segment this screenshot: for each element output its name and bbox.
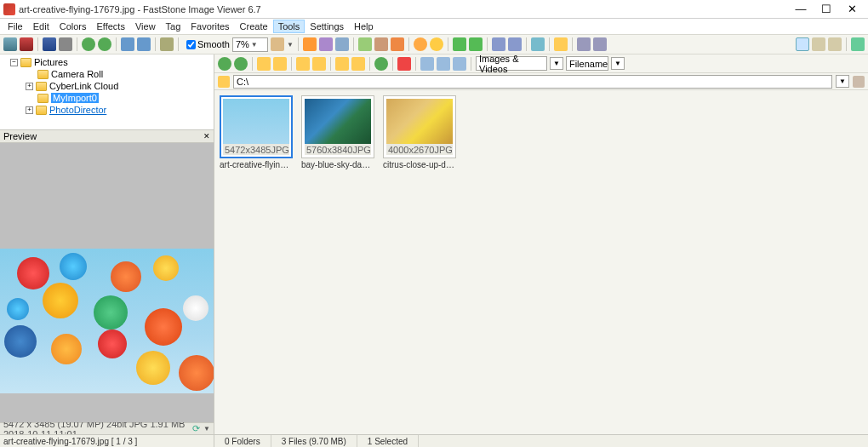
view-mode-button[interactable]	[437, 57, 450, 71]
view-details-button[interactable]	[828, 37, 842, 51]
maximize-button[interactable]: ☐	[820, 3, 832, 15]
toolbar-button[interactable]	[358, 37, 372, 51]
sync-icon[interactable]: ⟳	[192, 423, 200, 434]
fullscreen-button[interactable]	[851, 37, 865, 51]
thumbnail[interactable]: 4000x2670JPGcitrus-close-up-delic...	[383, 95, 456, 169]
tree-item[interactable]: +PhotoDirector	[2, 104, 212, 116]
thumb-info: 5760x3840JPG	[305, 144, 371, 155]
sort-value: Filename	[569, 59, 608, 69]
folder-icon	[36, 106, 47, 115]
minimize-button[interactable]: ―	[795, 3, 807, 15]
toolbar-button[interactable]	[593, 37, 607, 51]
toolbar-button[interactable]	[492, 37, 505, 51]
chevron-down-icon[interactable]: ▼	[550, 57, 563, 70]
view-list-button[interactable]	[812, 37, 825, 51]
toolbar-button[interactable]	[319, 37, 333, 51]
toolbar-button[interactable]	[303, 37, 317, 51]
menu-view[interactable]: View	[130, 20, 161, 33]
menu-file[interactable]: File	[3, 20, 28, 33]
thumbnail[interactable]: 5760x3840JPGbay-blue-sky-daylig...	[301, 95, 374, 169]
folder-tree[interactable]: −PicturesCamera Roll+CyberLink CloudMyIm…	[0, 54, 214, 129]
chevron-down-icon[interactable]: ▼	[611, 57, 625, 70]
gear-icon[interactable]	[414, 37, 427, 51]
toolbar-button[interactable]	[3, 37, 17, 51]
path-input[interactable]: C:\	[233, 75, 832, 89]
tree-item[interactable]: MyImport0	[2, 92, 212, 104]
favorites-button[interactable]	[312, 57, 326, 71]
tree-item[interactable]: +CyberLink Cloud	[2, 80, 212, 92]
chevron-down-icon[interactable]: ▼	[836, 75, 849, 88]
filter-combo[interactable]: Images & Videos	[476, 56, 547, 71]
drive-icon[interactable]	[218, 76, 230, 88]
zoom-combo[interactable]: 7% ▼	[232, 37, 268, 52]
sun-icon[interactable]	[430, 37, 443, 51]
toolbar-button[interactable]	[374, 37, 388, 51]
collapse-icon[interactable]: ✕	[203, 132, 210, 140]
toolbar-button[interactable]	[335, 37, 349, 51]
tree-collapse-icon[interactable]: −	[10, 59, 18, 66]
chevron-down-icon[interactable]: ▼	[203, 425, 210, 433]
folder-icon	[20, 58, 31, 67]
preview-pane[interactable]	[0, 143, 214, 422]
toolbar-button[interactable]	[531, 37, 545, 51]
view-mode-button[interactable]	[453, 57, 466, 71]
menu-effects[interactable]: Effects	[92, 20, 130, 33]
refresh-icon[interactable]	[374, 57, 388, 71]
thumb-info: 4000x2670JPG	[386, 144, 453, 155]
smooth-toggle[interactable]: Smooth	[186, 39, 230, 49]
menu-tools[interactable]: Tools	[273, 20, 306, 33]
path-value: C:\	[237, 77, 248, 87]
tree-root-label[interactable]: Pictures	[34, 57, 68, 67]
sort-combo[interactable]: Filename	[566, 56, 608, 71]
menu-create[interactable]: Create	[235, 20, 273, 33]
rotate-left-button[interactable]	[121, 37, 134, 51]
hand-tool-button[interactable]	[271, 37, 284, 51]
thumbnail-pane[interactable]: 5472x3485JPGart-creative-flying-1...5760…	[214, 90, 868, 434]
folder-button[interactable]	[296, 57, 310, 71]
undo-button[interactable]	[160, 37, 174, 51]
menu-help[interactable]: Help	[349, 20, 379, 33]
menu-tag[interactable]: Tag	[161, 20, 186, 33]
app-icon	[3, 3, 15, 15]
print-icon[interactable]	[577, 37, 591, 51]
preview-header: Preview ✕	[0, 129, 214, 143]
toolbar-button[interactable]	[469, 37, 483, 51]
menu-colors[interactable]: Colors	[54, 20, 92, 33]
chevron-down-icon[interactable]: ▼	[287, 41, 294, 49]
tree-item-label: CyberLink Cloud	[49, 81, 118, 91]
toolbar-button[interactable]	[391, 37, 404, 51]
copy-button[interactable]	[335, 57, 349, 71]
menu-settings[interactable]: Settings	[305, 20, 349, 33]
toolbar-button[interactable]	[453, 37, 466, 51]
status-files: 3 Files (9.70 MB)	[271, 435, 357, 447]
statusbar: art-creative-flying-17679.jpg [ 1 / 3 ] …	[0, 434, 868, 447]
save-button[interactable]	[43, 37, 56, 51]
mail-icon[interactable]	[554, 37, 568, 51]
tree-expand-icon[interactable]: +	[26, 83, 33, 90]
main-toolbar: Smooth 7% ▼ ▼	[0, 34, 868, 54]
tree-item[interactable]: Camera Roll	[2, 68, 212, 80]
content: −PicturesCamera Roll+CyberLink CloudMyIm…	[0, 54, 868, 434]
view-thumbnails-button[interactable]	[796, 37, 809, 51]
history-button[interactable]	[273, 57, 287, 71]
menu-favorites[interactable]: Favorites	[186, 20, 234, 33]
up-button[interactable]	[257, 57, 271, 71]
calendar-icon[interactable]	[853, 76, 865, 88]
thumbnail[interactable]: 5472x3485JPGart-creative-flying-1...	[220, 95, 293, 169]
toolbar-button[interactable]	[20, 37, 33, 51]
close-button[interactable]: ✕	[846, 3, 858, 15]
preview-info-bar: 5472 x 3485 (19.07 MP) 24bit JPG 1.91 MB…	[0, 422, 214, 434]
forward-button[interactable]	[234, 57, 248, 71]
delete-icon[interactable]	[397, 57, 411, 71]
back-button[interactable]	[218, 57, 231, 71]
toolbar-button[interactable]	[59, 37, 72, 51]
smooth-checkbox[interactable]	[186, 40, 196, 49]
tree-expand-icon[interactable]: +	[26, 106, 33, 114]
paste-button[interactable]	[351, 57, 365, 71]
toolbar-button[interactable]	[508, 37, 522, 51]
forward-button[interactable]	[98, 37, 111, 51]
menu-edit[interactable]: Edit	[28, 20, 54, 33]
view-mode-button[interactable]	[420, 57, 434, 71]
rotate-right-button[interactable]	[137, 37, 151, 51]
back-button[interactable]	[82, 37, 95, 51]
